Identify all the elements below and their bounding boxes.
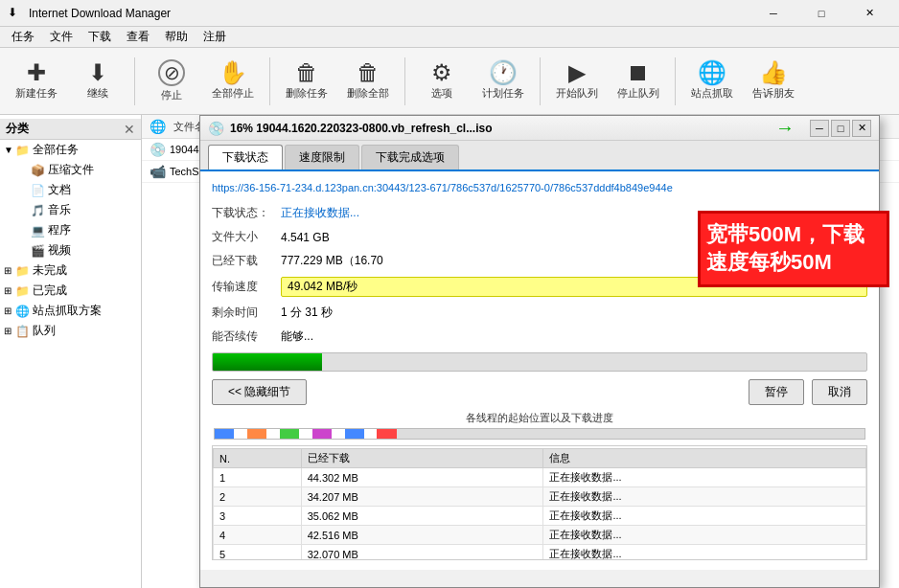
- thread-n: 3: [214, 507, 302, 526]
- folder-icon-music: 🎵: [31, 204, 45, 217]
- remaining-label: 剩余时间: [212, 305, 281, 321]
- tab-completion-options[interactable]: 下载完成选项: [361, 145, 459, 170]
- delete-task-label: 删除任务: [286, 86, 328, 101]
- new-task-label: 新建任务: [15, 86, 58, 101]
- tree-arrow-site-grab: ⊞: [4, 305, 15, 316]
- schedule-icon: 🕐: [489, 61, 518, 84]
- dialog-title: 16% 19044.1620.220323-0800.vb_refresh_cl…: [230, 122, 768, 135]
- stop-queue-button[interactable]: ⏹ 停止队列: [610, 52, 667, 111]
- stop-icon: ⊘: [158, 59, 185, 86]
- start-queue-button[interactable]: ▶ 开始队列: [548, 52, 606, 111]
- tab-download-status[interactable]: 下载状态: [208, 145, 283, 170]
- stop-button[interactable]: ⊘ 停止: [143, 52, 200, 111]
- sidebar-item-video[interactable]: 🎬 视频: [0, 240, 141, 260]
- folder-icon-compressed: 📦: [31, 164, 45, 177]
- stop-all-label: 全部停止: [212, 86, 254, 101]
- app-icon: ⬇: [8, 6, 23, 21]
- sidebar-title: 分类: [6, 121, 29, 137]
- schedule-label: 计划任务: [482, 86, 524, 101]
- stop-queue-label: 停止队列: [617, 86, 659, 101]
- schedule-button[interactable]: 🕐 计划任务: [474, 52, 532, 111]
- title-bar: ⬇ Internet Download Manager ─ □ ✕: [0, 0, 899, 27]
- thread-n: 4: [214, 526, 302, 545]
- resumable-value: 能够...: [281, 328, 867, 345]
- resume-button[interactable]: ⬇ 继续: [69, 52, 127, 111]
- tell-friend-button[interactable]: 👍 告诉朋友: [745, 52, 802, 111]
- menu-register[interactable]: 注册: [196, 27, 234, 47]
- close-button[interactable]: ✕: [847, 4, 891, 23]
- sidebar-item-complete[interactable]: ⊞ 📁 已完成: [0, 281, 141, 301]
- menu-help[interactable]: 帮助: [157, 27, 196, 47]
- thread-table: N. 已经下载 信息 1 44.302 MB 正在接收数据... 2 34.20…: [213, 448, 866, 560]
- cancel-button[interactable]: 取消: [812, 379, 867, 405]
- site-grab-icon: 🌐: [698, 61, 726, 84]
- hide-details-button[interactable]: << 隐藏细节: [212, 379, 307, 405]
- sidebar-item-queue[interactable]: ⊞ 📋 队列: [0, 321, 141, 341]
- thread-downloaded: 42.516 MB: [301, 526, 543, 545]
- dialog-title-bar: 💿 16% 19044.1620.220323-0800.vb_refresh_…: [200, 116, 879, 141]
- sidebar-item-label-video: 视频: [48, 242, 71, 259]
- col-n: N.: [214, 449, 302, 468]
- resume-icon: ⬇: [88, 61, 107, 84]
- tab-speed-limit[interactable]: 速度限制: [285, 145, 359, 170]
- sidebar-item-site-grab[interactable]: ⊞ 🌐 站点抓取方案: [0, 301, 141, 321]
- options-button[interactable]: ⚙ 选项: [413, 52, 471, 111]
- dialog-close-button[interactable]: ✕: [852, 120, 871, 137]
- dialog-maximize-button[interactable]: □: [831, 120, 850, 137]
- file-icon-1: 💿: [150, 142, 166, 157]
- sidebar-item-all-tasks[interactable]: ▼ 📁 全部任务: [0, 140, 141, 160]
- col-info: 信息: [543, 449, 866, 468]
- folder-icon-incomplete: 📁: [15, 264, 30, 278]
- folder-icon-site-grab: 🌐: [15, 305, 30, 318]
- delete-task-button[interactable]: 🗑 删除任务: [278, 52, 335, 111]
- content-area: 🌐 文件名 💿 19044.1620.220323-0800.vb_refres…: [142, 115, 899, 588]
- menu-download[interactable]: 下载: [81, 27, 119, 47]
- thread-info: 正在接收数据...: [543, 468, 866, 487]
- main-area: 分类 ✕ ▼ 📁 全部任务 📦 压缩文件 📄 文档 🎵 音乐: [0, 115, 899, 588]
- toolbar-sep-1: [134, 57, 135, 105]
- dialog-minimize-button[interactable]: ─: [810, 120, 829, 137]
- tree-arrow-complete: ⊞: [4, 285, 15, 296]
- remaining-value: 1 分 31 秒: [281, 305, 867, 321]
- thread-table-container[interactable]: N. 已经下载 信息 1 44.302 MB 正在接收数据... 2 34.20…: [212, 445, 867, 560]
- sidebar-item-compressed[interactable]: 📦 压缩文件: [0, 160, 141, 180]
- sidebar-item-documents[interactable]: 📄 文档: [0, 180, 141, 200]
- downloaded-label: 已经下载: [212, 253, 281, 269]
- pause-button[interactable]: 暂停: [749, 379, 804, 405]
- sidebar-item-programs[interactable]: 💻 程序: [0, 220, 141, 240]
- menu-view[interactable]: 查看: [119, 27, 157, 47]
- filesize-label: 文件大小: [212, 229, 281, 245]
- sidebar-item-label-all: 全部任务: [33, 142, 79, 158]
- thread-info: 正在接收数据...: [543, 507, 866, 526]
- sidebar: 分类 ✕ ▼ 📁 全部任务 📦 压缩文件 📄 文档 🎵 音乐: [0, 115, 142, 588]
- resumable-label: 能否续传: [212, 328, 281, 345]
- dialog-buttons-row: << 隐藏细节 暂停 取消: [212, 379, 867, 405]
- sidebar-item-music[interactable]: 🎵 音乐: [0, 200, 141, 220]
- tree-arrow-incomplete: ⊞: [4, 265, 15, 276]
- delete-all-button[interactable]: 🗑 删除全部: [339, 52, 397, 111]
- maximize-button[interactable]: □: [799, 4, 843, 23]
- dialog-right-buttons: 暂停 取消: [749, 379, 867, 405]
- site-grab-button[interactable]: 🌐 站点抓取: [683, 52, 741, 111]
- toolbar-sep-2: [269, 57, 270, 105]
- sidebar-close-button[interactable]: ✕: [124, 122, 135, 137]
- sidebar-item-label-incomplete: 未完成: [33, 262, 67, 279]
- minimize-button[interactable]: ─: [751, 4, 795, 23]
- folder-icon-programs: 💻: [31, 224, 45, 237]
- menu-bar: 任务 文件 下载 查看 帮助 注册: [0, 27, 899, 48]
- annotation-box: 宽带500M，下载速度每秒50M: [698, 211, 889, 287]
- new-task-button[interactable]: ✚ 新建任务: [8, 52, 65, 111]
- annotation-text: 宽带500M，下载速度每秒50M: [706, 221, 881, 276]
- stop-all-icon: ✋: [219, 61, 247, 84]
- thread-n: 2: [214, 487, 302, 507]
- delete-all-label: 删除全部: [347, 86, 389, 101]
- sidebar-item-incomplete[interactable]: ⊞ 📁 未完成: [0, 260, 141, 281]
- col-downloaded: 已经下载: [301, 449, 543, 468]
- menu-file[interactable]: 文件: [42, 27, 81, 47]
- sidebar-item-label-site-grab: 站点抓取方案: [33, 303, 102, 319]
- stop-all-button[interactable]: ✋ 全部停止: [204, 52, 262, 111]
- sidebar-item-label-compressed: 压缩文件: [48, 162, 94, 178]
- menu-task[interactable]: 任务: [4, 27, 42, 47]
- sidebar-item-label-documents: 文档: [48, 182, 71, 198]
- sidebar-item-label-queue: 队列: [33, 323, 56, 339]
